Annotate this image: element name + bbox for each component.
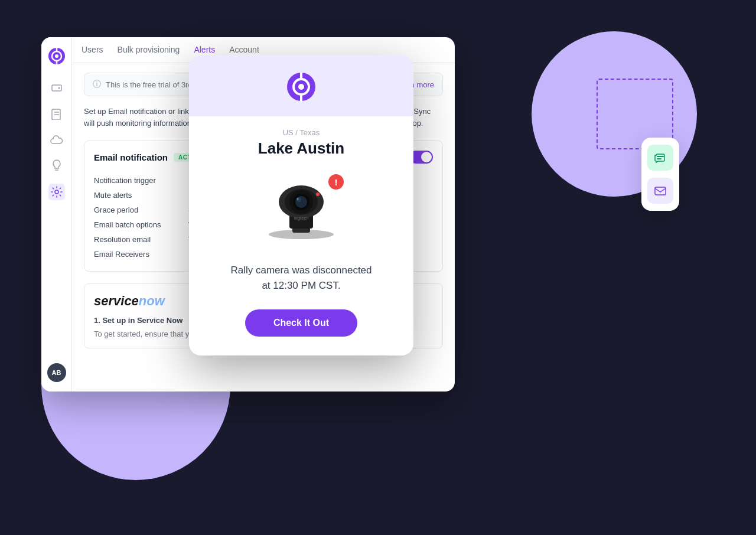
- sidebar-icon-bulb[interactable]: [48, 158, 65, 174]
- svg-point-2: [55, 54, 58, 58]
- email-icon-button[interactable]: [647, 178, 673, 204]
- sidebar-icon-book[interactable]: [48, 106, 65, 122]
- svg-rect-29: [655, 187, 666, 195]
- device-container: logitech !: [254, 169, 348, 249]
- sidebar: AB: [41, 37, 72, 392]
- svg-point-6: [58, 87, 60, 89]
- svg-point-25: [297, 198, 299, 200]
- check-it-out-button[interactable]: Check It Out: [245, 309, 357, 337]
- sidebar-icon-devices[interactable]: [48, 80, 65, 96]
- side-icons-card: [641, 138, 679, 211]
- sidebar-icon-cloud[interactable]: [48, 132, 65, 148]
- error-badge: !: [328, 174, 344, 190]
- tab-users[interactable]: Users: [82, 38, 103, 63]
- user-avatar[interactable]: AB: [47, 363, 66, 382]
- info-icon: ⓘ: [93, 79, 101, 90]
- popup-room-name: Lake Austin: [206, 139, 397, 158]
- email-icon: [653, 184, 667, 198]
- chat-icon: [653, 151, 667, 165]
- notification-popup: US / Texas Lake Austin: [189, 55, 413, 355]
- sidebar-icon-settings[interactable]: [48, 184, 65, 200]
- popup-logo-icon: [286, 71, 317, 102]
- popup-message: Rally camera was disconnected at 12:30 P…: [206, 263, 397, 293]
- popup-header: [189, 55, 413, 116]
- svg-point-13: [298, 84, 304, 90]
- svg-point-26: [316, 193, 320, 196]
- svg-point-10: [55, 190, 58, 194]
- popup-body: US / Texas Lake Austin: [189, 116, 413, 355]
- app-logo[interactable]: [47, 47, 66, 66]
- tab-bulk[interactable]: Bulk provisioning: [118, 38, 180, 63]
- svg-rect-5: [52, 85, 61, 91]
- chat-icon-button[interactable]: [647, 145, 673, 171]
- popup-location: US / Texas: [206, 128, 397, 137]
- svg-point-23: [295, 196, 307, 208]
- svg-text:logitech: logitech: [294, 216, 308, 221]
